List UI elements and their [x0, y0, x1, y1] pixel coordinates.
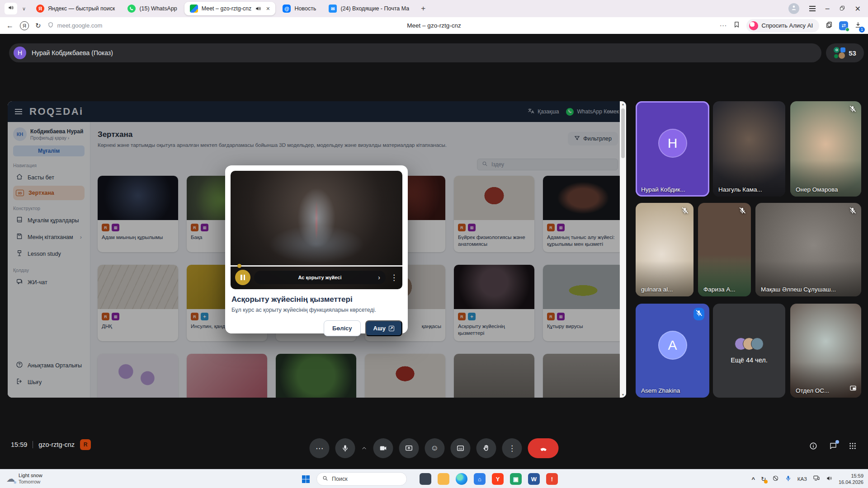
url-field[interactable]: meet.google.com: [47, 22, 103, 29]
more-participants-avatars: [735, 338, 764, 351]
emoji-button[interactable]: ☺: [425, 438, 445, 458]
camera-button[interactable]: [373, 438, 393, 458]
browser-profile-avatar[interactable]: [788, 3, 799, 14]
participant-tile[interactable]: HНурай Кобдик...: [636, 101, 709, 197]
weather-widget[interactable]: ☁❄ Light snowTomorrow: [6, 473, 42, 484]
chapter-pill[interactable]: Ас қорыту жүйесі›: [254, 271, 386, 284]
bookmark-icon[interactable]: [733, 21, 740, 30]
system-tray: ^ ↻ КАЗ 15:59 16.04.2026: [751, 469, 863, 488]
restore-button[interactable]: [840, 5, 845, 13]
refresh-button[interactable]: ↻: [35, 22, 41, 30]
picture-in-picture-icon[interactable]: [849, 385, 857, 394]
alert-app-icon[interactable]: !: [546, 473, 558, 485]
dialog-description: Бұл курс ас қорыту жүйесінің функциялары…: [231, 307, 401, 313]
model-preview-video[interactable]: Ас қорыту жүйесі› ⋮: [231, 171, 402, 289]
keyboard-language[interactable]: КАЗ: [797, 476, 807, 482]
more-vertical-button[interactable]: ⋮: [502, 438, 522, 458]
activities-button[interactable]: [849, 442, 856, 451]
translator-extension-icon[interactable]: ⇄: [839, 21, 848, 30]
video-seek-bar[interactable]: [231, 265, 402, 267]
restore-icon: [840, 5, 845, 12]
volume-icon[interactable]: [826, 475, 833, 483]
chat-button[interactable]: [829, 442, 837, 452]
network-icon[interactable]: [813, 474, 820, 483]
search-icon: [322, 475, 328, 483]
shared-tab-chip[interactable]: R: [80, 439, 91, 450]
sync-icon[interactable]: ↻: [761, 475, 766, 483]
presenter-avatar: H: [14, 47, 26, 59]
browser-tab[interactable]: Meet – gzo-rztg-cnz✕: [184, 2, 276, 15]
more-options-button[interactable]: ⋯: [310, 438, 330, 458]
store-icon[interactable]: ⌂: [474, 473, 486, 485]
task-view-icon[interactable]: [420, 473, 431, 485]
scroll-up-icon[interactable]: ▲: [622, 103, 625, 106]
file-explorer-icon[interactable]: [438, 473, 449, 485]
device-chevron-button[interactable]: [359, 442, 370, 454]
taskbar-search[interactable]: Поиск: [316, 472, 407, 486]
info-button[interactable]: [809, 442, 817, 452]
share-button[interactable]: Бөлісу: [324, 320, 361, 336]
browser-menu-button[interactable]: [809, 8, 816, 9]
yandex-search-button[interactable]: Я: [20, 21, 29, 30]
participant-tile[interactable]: Фариза А...: [698, 203, 751, 296]
more-participants-label: Ещё 44 чел.: [731, 357, 767, 364]
participant-tile[interactable]: Назгуль Кама...: [713, 101, 785, 197]
tab-audio-icon[interactable]: [255, 5, 261, 12]
participant-name: Мақаш Әлпеш Сұлушаш...: [761, 286, 836, 293]
mic-off-icon: [849, 105, 856, 114]
participant-tile[interactable]: Онер Омарова: [790, 101, 861, 197]
clock[interactable]: 15:59 16.04.2026: [839, 473, 863, 486]
downloads-button[interactable]: 1: [854, 21, 862, 30]
new-tab-button[interactable]: +: [417, 3, 429, 14]
scroll-down-icon[interactable]: ▼: [622, 393, 625, 396]
scrollbar-thumb[interactable]: [621, 108, 625, 158]
weather-day: Tomorrow: [19, 479, 42, 485]
person-icon: [791, 5, 797, 13]
raise-hand-button[interactable]: [476, 438, 496, 458]
browser-tab[interactable]: ✉(24) Входящие - Почта Ма: [323, 2, 415, 15]
address-bar: ← Я ↻ meet.google.com Meet – gzo-rztg-cn…: [0, 17, 868, 34]
meeting-code: gzo-rztg-cnz: [38, 441, 75, 448]
no-internet-icon[interactable]: [772, 475, 779, 483]
windows-taskbar: ☁❄ Light snowTomorrow Поиск ⌂Y▣W! ^ ↻ КА…: [0, 469, 868, 488]
yandex-browser-icon[interactable]: Y: [492, 473, 504, 485]
tray-mic-icon[interactable]: [785, 475, 792, 483]
participant-avatars-cluster: O: [834, 47, 845, 59]
mic-off-icon: [849, 207, 856, 216]
tab-sound-button[interactable]: [5, 3, 17, 14]
mic-button[interactable]: [335, 438, 355, 458]
participant-tile[interactable]: Мақаш Әлпеш Сұлушаш...: [755, 203, 861, 296]
edge-browser-icon[interactable]: [456, 473, 467, 485]
browser-tab[interactable]: @Новость: [277, 2, 321, 15]
start-button[interactable]: [302, 475, 310, 483]
participant-tile[interactable]: Ещё 44 чел.: [713, 304, 785, 398]
open-button[interactable]: Ашу↗: [365, 320, 402, 336]
end-call-button[interactable]: [528, 438, 559, 458]
tab-close-icon[interactable]: ✕: [266, 6, 270, 12]
seek-handle[interactable]: [237, 264, 241, 268]
extension-pages-icon[interactable]: [826, 21, 833, 30]
browser-tab[interactable]: (15) WhatsApp: [122, 2, 182, 15]
next-chapter-icon[interactable]: ›: [378, 274, 380, 281]
participant-tile[interactable]: gulnara al...: [636, 203, 693, 296]
browser-tab[interactable]: ЯЯндекс — быстрый поиск: [31, 2, 120, 15]
minimize-button[interactable]: –: [826, 5, 830, 13]
participant-tile[interactable]: AAsem Zhakina: [636, 304, 709, 398]
green-app-icon[interactable]: ▣: [510, 473, 522, 485]
whatsapp-favicon: [127, 5, 136, 13]
scrollbar[interactable]: ▲ ▼: [620, 101, 626, 398]
blue-office-app-icon[interactable]: W: [528, 473, 540, 485]
participant-tile[interactable]: Отдел ОС...: [790, 304, 861, 398]
back-button[interactable]: ←: [6, 22, 14, 30]
captions-button[interactable]: [451, 438, 471, 458]
tray-expand-icon[interactable]: ^: [751, 476, 755, 483]
ask-alice-button[interactable]: Спросить Алису AI: [746, 19, 819, 33]
tabs-chevron-icon[interactable]: ∨: [20, 6, 28, 12]
tab-label: (15) WhatsApp: [139, 5, 177, 12]
present-button[interactable]: [399, 438, 419, 458]
address-more-icon[interactable]: ⋯: [720, 21, 727, 30]
close-button[interactable]: ✕: [855, 5, 861, 13]
participant-count-chip[interactable]: O 53: [826, 43, 864, 62]
pause-button[interactable]: [235, 270, 250, 285]
player-menu-icon[interactable]: ⋮: [389, 273, 399, 282]
